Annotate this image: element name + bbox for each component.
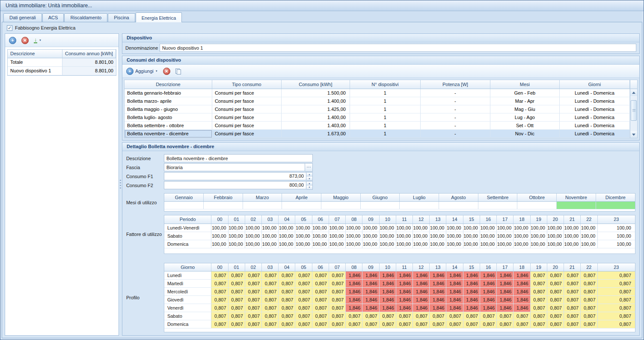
- hour-value-cell[interactable]: 0,807: [211, 304, 228, 312]
- hour-value-cell[interactable]: 100,00: [413, 240, 430, 248]
- consumi-col-header[interactable]: N° dispositivi: [350, 80, 421, 89]
- hour-value-cell[interactable]: 0,807: [262, 271, 279, 280]
- hour-value-cell[interactable]: 100,00: [480, 224, 496, 232]
- month-select-cell[interactable]: [478, 202, 517, 209]
- hour-value-cell[interactable]: 0,807: [312, 320, 329, 328]
- hour-value-cell[interactable]: 100,00: [547, 224, 564, 232]
- month-select-cell[interactable]: [204, 202, 243, 209]
- hour-value-cell[interactable]: 0,807: [530, 296, 547, 304]
- spin-down-button[interactable]: ▼: [306, 176, 312, 180]
- hour-value-cell[interactable]: 0,807: [581, 320, 597, 328]
- hour-value-cell[interactable]: 1,846: [513, 271, 530, 280]
- consumi-cell[interactable]: 1.673,00: [282, 130, 350, 138]
- hour-value-cell[interactable]: 100,00: [564, 232, 580, 240]
- hour-value-cell[interactable]: 0,807: [547, 312, 564, 320]
- consumi-cell[interactable]: Set - Ott: [490, 122, 560, 130]
- hour-value-cell[interactable]: 0,807: [564, 304, 580, 312]
- consumi-cell[interactable]: Consumi per fasce: [212, 97, 282, 105]
- hour-value-cell[interactable]: 0,807: [547, 320, 564, 328]
- consumi-cell[interactable]: Lunedì - Domenica: [560, 122, 630, 130]
- hour-value-cell[interactable]: 1,846: [413, 271, 430, 280]
- hour-value-cell[interactable]: 1,846: [346, 271, 362, 280]
- hour-value-cell[interactable]: 0,807: [245, 312, 261, 320]
- fascia-input[interactable]: [164, 163, 305, 171]
- hour-value-cell[interactable]: 1,846: [480, 271, 496, 280]
- device-name-cell[interactable]: Nuovo dispositivo 1: [8, 67, 62, 75]
- consumo-f1-input[interactable]: [164, 172, 306, 180]
- hour-value-cell[interactable]: 100,00: [295, 224, 312, 232]
- hour-value-cell[interactable]: 0,807: [430, 320, 446, 328]
- hour-value-cell[interactable]: 0,807: [295, 271, 312, 280]
- hour-value-cell[interactable]: 0,807: [262, 288, 279, 296]
- hour-value-cell[interactable]: 100,00: [430, 232, 446, 240]
- hour-value-cell[interactable]: 100,00: [262, 224, 279, 232]
- hour-value-cell[interactable]: 0,807: [279, 288, 295, 296]
- hour-value-cell[interactable]: 100,00: [329, 224, 345, 232]
- hour-value-cell[interactable]: 100,00: [581, 240, 597, 248]
- hour-value-cell[interactable]: 100,00: [513, 240, 530, 248]
- hour-value-cell[interactable]: 0,807: [312, 312, 329, 320]
- tab-acs[interactable]: ACS: [42, 13, 64, 22]
- hour-value-cell[interactable]: 0,807: [480, 320, 496, 328]
- spin-up-button[interactable]: ▲: [306, 173, 312, 177]
- hour-value-cell[interactable]: 0,807: [312, 304, 329, 312]
- consumi-cell[interactable]: 1.400,00: [282, 97, 350, 105]
- hour-value-cell[interactable]: 0,807: [513, 320, 530, 328]
- hour-value-cell[interactable]: 0,807: [547, 271, 564, 280]
- hour-value-cell[interactable]: 100,00: [413, 232, 430, 240]
- consumi-cell[interactable]: 1: [350, 89, 421, 97]
- hour-value-cell[interactable]: 0,807: [295, 280, 312, 288]
- hour-value-cell[interactable]: 1,846: [513, 296, 530, 304]
- hour-value-cell[interactable]: 100,00: [279, 232, 295, 240]
- hour-value-cell[interactable]: 100,00: [362, 224, 379, 232]
- consumi-col-header[interactable]: Giorni: [560, 80, 630, 89]
- hour-value-cell[interactable]: 0,807: [413, 312, 430, 320]
- hour-value-cell[interactable]: 1,846: [446, 296, 463, 304]
- hour-value-cell[interactable]: 0,807: [530, 312, 547, 320]
- hour-value-cell[interactable]: 1,846: [446, 304, 463, 312]
- hour-value-cell[interactable]: 100,00: [346, 224, 362, 232]
- hour-value-cell[interactable]: 1,846: [413, 296, 430, 304]
- hour-value-cell[interactable]: 100,00: [430, 240, 446, 248]
- tab-riscaldamento[interactable]: Riscaldamento: [64, 13, 107, 22]
- hour-value-cell[interactable]: 0,807: [581, 312, 597, 320]
- hour-value-cell[interactable]: 100,00: [497, 224, 513, 232]
- hour-value-cell[interactable]: 0,807: [279, 320, 295, 328]
- hour-value-cell[interactable]: 1,846: [346, 288, 362, 296]
- hour-value-cell[interactable]: 100,00: [262, 240, 279, 248]
- hour-value-cell[interactable]: 0,807: [228, 280, 245, 288]
- hour-value-cell[interactable]: 100,00: [312, 224, 329, 232]
- hour-value-cell[interactable]: 0,807: [211, 312, 228, 320]
- hour-value-cell[interactable]: 0,807: [279, 304, 295, 312]
- hour-value-cell[interactable]: 0,807: [581, 280, 597, 288]
- fabbisogno-checkbox[interactable]: ✓: [7, 25, 12, 31]
- hour-value-cell[interactable]: 0,807: [295, 320, 312, 328]
- month-select-cell[interactable]: [517, 202, 557, 209]
- hour-value-cell[interactable]: 0,807: [564, 288, 580, 296]
- hour-value-cell[interactable]: 0,807: [362, 312, 379, 320]
- hour-value-cell[interactable]: 100,00: [245, 232, 261, 240]
- scrollbar-track[interactable]: [630, 96, 637, 131]
- hour-value-cell[interactable]: 0,807: [245, 280, 261, 288]
- consumi-cell[interactable]: Bolletta gennario-febbraio: [125, 89, 212, 97]
- hour-value-cell[interactable]: 0,807: [228, 320, 245, 328]
- consumi-cell[interactable]: Lug - Ago: [490, 113, 560, 122]
- hour-value-cell[interactable]: 1,846: [430, 271, 446, 280]
- month-select-cell[interactable]: [400, 202, 439, 209]
- consumi-cell[interactable]: Mar - Apr: [490, 97, 560, 105]
- hour-value-cell[interactable]: 0,807: [228, 312, 245, 320]
- scrollbar-thumb[interactable]: [631, 100, 637, 121]
- hour-value-cell[interactable]: 0,807: [228, 288, 245, 296]
- hour-value-cell[interactable]: 1,846: [379, 296, 396, 304]
- hour-value-cell[interactable]: 1,846: [413, 304, 430, 312]
- hour-value-cell[interactable]: 0,807: [329, 320, 345, 328]
- hour-value-cell[interactable]: 0,807: [396, 320, 413, 328]
- hour-value-cell[interactable]: 1,846: [379, 280, 396, 288]
- hour-value-cell[interactable]: 100,00: [446, 240, 463, 248]
- consumi-scrollbar[interactable]: [630, 80, 637, 138]
- hour-value-cell[interactable]: 100,00: [379, 232, 396, 240]
- delete-consumo-button[interactable]: ✕: [163, 68, 170, 75]
- hour-value-cell[interactable]: 1,846: [463, 304, 480, 312]
- hour-value-cell[interactable]: 0,807: [564, 312, 580, 320]
- consumi-row[interactable]: Bolletta novembre - dicembreConsumi per …: [125, 130, 630, 138]
